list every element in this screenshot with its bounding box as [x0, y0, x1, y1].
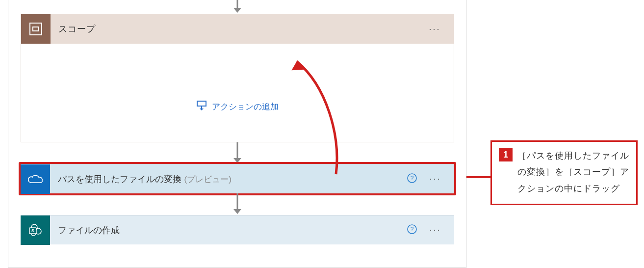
svg-marker-6	[200, 108, 204, 110]
scope-body: アクションの追加	[21, 44, 454, 142]
create-file-action-title: ファイルの作成	[58, 224, 407, 236]
convert-file-action-title: パスを使用したファイルの変換 (プレビュー)	[58, 173, 407, 185]
help-icon[interactable]: ?	[407, 173, 417, 186]
create-file-action[interactable]: S ファイルの作成 ? ···	[21, 215, 454, 244]
sharepoint-icon: S	[21, 215, 50, 245]
svg-text:?: ?	[411, 175, 414, 182]
add-action-label: アクションの追加	[212, 101, 279, 112]
scope-menu-button[interactable]: ···	[425, 24, 444, 34]
callout-connector	[466, 176, 491, 178]
instruction-callout: 1 ［パスを使用したファイルの変換］を［スコープ］アクションの中にドラッグ	[490, 140, 638, 205]
arrow-down-icon	[231, 193, 244, 215]
convert-menu-button[interactable]: ···	[425, 174, 445, 184]
svg-text:?: ?	[411, 226, 414, 233]
arrow-down-icon	[231, 142, 244, 164]
preview-label: (プレビュー)	[184, 174, 232, 185]
convert-file-action[interactable]: パスを使用したファイルの変換 (プレビュー) ? ···	[21, 164, 454, 193]
add-action-button[interactable]: アクションの追加	[192, 96, 283, 117]
svg-rect-4	[197, 101, 206, 106]
help-icon[interactable]: ?	[407, 224, 417, 237]
scope-container[interactable]: スコープ ··· アクションの追加	[21, 14, 454, 142]
scope-title: スコープ	[58, 23, 425, 35]
onedrive-icon	[21, 164, 50, 194]
convert-file-action-highlight: パスを使用したファイルの変換 (プレビュー) ? ···	[19, 162, 456, 195]
add-action-icon	[196, 100, 207, 113]
svg-text:S: S	[31, 228, 34, 233]
convert-title-text: パスを使用したファイルの変換	[58, 173, 181, 185]
svg-rect-2	[30, 23, 42, 35]
create-menu-button[interactable]: ···	[425, 225, 445, 235]
step-number-badge: 1	[499, 148, 513, 161]
scope-icon	[21, 14, 51, 44]
instruction-text: ［パスを使用したファイルの変換］を［スコープ］アクションの中にドラッグ	[517, 148, 629, 197]
svg-marker-12	[233, 209, 241, 214]
flow-canvas: スコープ ··· アクションの追加	[8, 0, 466, 268]
scope-header[interactable]: スコープ ···	[21, 14, 454, 44]
svg-marker-1	[233, 8, 241, 13]
create-title-text: ファイルの作成	[58, 224, 120, 236]
arrow-down-icon	[231, 0, 244, 14]
svg-rect-3	[33, 27, 39, 31]
